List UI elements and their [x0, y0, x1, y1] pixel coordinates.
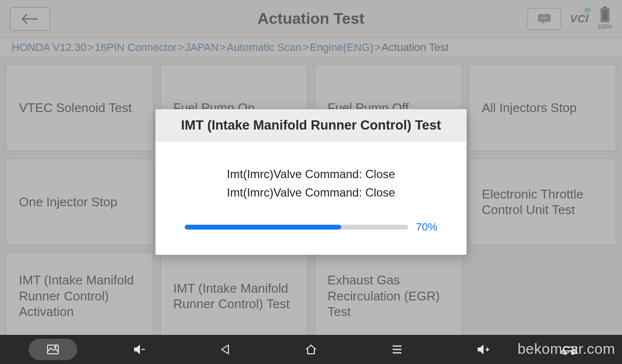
modal-status-line: Imt(Imrc)Valve Command: Close — [173, 183, 449, 201]
modal-body: Imt(Imrc)Valve Command: Close Imt(Imrc)V… — [156, 142, 466, 254]
volume-up-icon — [476, 344, 490, 355]
svg-point-6 — [54, 347, 56, 348]
progress-percent: 70% — [416, 221, 437, 233]
nav-car-button[interactable] — [545, 339, 593, 360]
progress-fill — [185, 225, 341, 230]
modal-title: IMT (Intake Manifold Runner Control) Tes… — [156, 109, 466, 142]
modal-overlay: IMT (Intake Manifold Runner Control) Tes… — [0, 0, 622, 364]
nav-gallery-button[interactable] — [29, 339, 77, 360]
nav-vol-up-button[interactable] — [459, 339, 507, 360]
menu-icon — [392, 345, 402, 354]
nav-back-button[interactable] — [201, 339, 249, 360]
gallery-icon — [47, 344, 59, 355]
svg-point-14 — [572, 352, 574, 355]
svg-point-13 — [564, 352, 567, 355]
volume-down-icon — [133, 344, 145, 355]
test-modal: IMT (Intake Manifold Runner Control) Tes… — [156, 109, 466, 254]
progress-bar — [185, 225, 408, 230]
nav-home-button[interactable] — [287, 339, 335, 360]
modal-status-line: Imt(Imrc)Valve Command: Close — [173, 165, 449, 183]
progress-row: 70% — [173, 221, 449, 233]
nav-menu-button[interactable] — [373, 339, 421, 360]
car-icon — [561, 344, 577, 355]
home-icon — [305, 344, 317, 355]
nav-vol-down-button[interactable] — [115, 339, 163, 360]
bottom-nav — [0, 335, 622, 364]
triangle-back-icon — [220, 344, 230, 355]
